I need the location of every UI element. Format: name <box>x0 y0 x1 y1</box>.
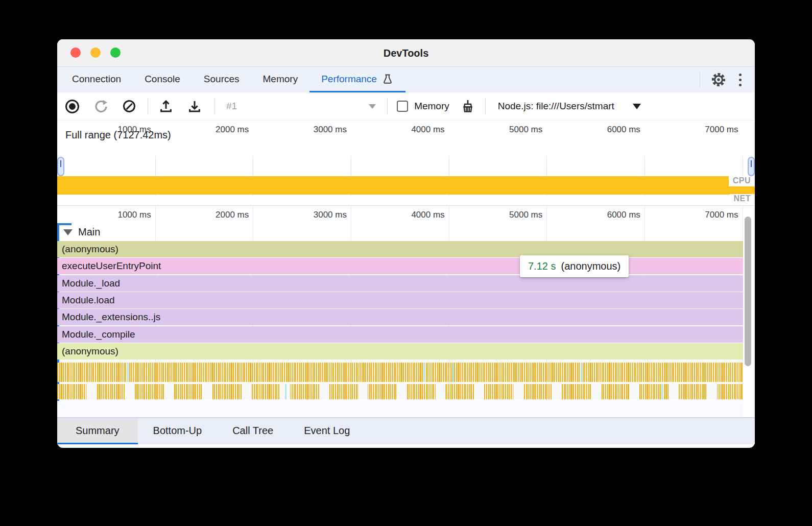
tab-connection[interactable]: Connection <box>60 67 133 92</box>
tab-memory[interactable]: Memory <box>251 67 310 92</box>
experiment-flask-icon <box>381 73 394 85</box>
flame-bar-module-load[interactable]: Module.load <box>57 292 743 308</box>
settings-gear-icon[interactable] <box>710 71 727 88</box>
overview-ruler-tick: 3000 ms <box>253 121 351 139</box>
details-tab-bar: Summary Bottom-Up Call Tree Event Log <box>57 418 755 444</box>
record-button[interactable] <box>57 100 79 113</box>
timeline-overview[interactable]: Full range (7127.42ms) 1000 ms 2000 ms 3… <box>57 121 755 206</box>
target-dropdown-icon[interactable] <box>633 104 641 109</box>
flame-ruler-tick: 5000 ms <box>449 206 547 224</box>
flame-ruler-tick: 7000 ms <box>644 206 743 224</box>
history-dropdown-icon[interactable] <box>369 104 376 109</box>
tooltip-duration: 7.12 s <box>528 260 556 272</box>
flame-empty-area <box>57 401 743 418</box>
overview-ruler-tick: 6000 ms <box>546 121 644 139</box>
main-track-header[interactable]: Main <box>63 226 100 238</box>
toolbar-divider <box>387 98 388 114</box>
flame-bar-executeuserentrypoint[interactable]: executeUserEntryPoint <box>57 258 743 274</box>
memory-checkbox[interactable] <box>397 101 408 112</box>
flame-chart[interactable]: 1000 ms 2000 ms 3000 ms 4000 ms 5000 ms … <box>57 206 755 418</box>
tab-event-log[interactable]: Event Log <box>289 418 365 444</box>
flame-bar-module-extensions-js[interactable]: Module._extensions..js <box>57 309 743 325</box>
range-handle-right[interactable] <box>748 157 755 176</box>
overview-ruler-tick: 4000 ms <box>351 121 449 139</box>
cpu-track-label: CPU <box>729 176 755 186</box>
selected-track-marker <box>57 223 71 225</box>
overview-ruler-tick: 1000 ms <box>57 121 155 139</box>
flame-ruler-tick: 4000 ms <box>351 206 449 224</box>
titlebar: DevTools <box>57 39 755 67</box>
collapse-triangle-icon[interactable] <box>63 229 73 235</box>
overview-ruler-tick: 5000 ms <box>449 121 547 139</box>
tab-sources[interactable]: Sources <box>192 67 251 92</box>
tab-summary[interactable]: Summary <box>57 418 138 444</box>
flame-ruler-tick: 1000 ms <box>57 206 155 224</box>
collect-garbage-broom-icon[interactable] <box>460 98 476 114</box>
more-options-icon[interactable] <box>737 71 744 88</box>
load-profile-icon[interactable] <box>158 99 174 114</box>
toolbar-divider <box>148 98 148 114</box>
tooltip-target: (anonymous) <box>561 260 620 272</box>
window-title: DevTools <box>57 39 755 67</box>
flame-ruler-tick: 3000 ms <box>253 206 351 224</box>
cpu-activity-track[interactable] <box>57 176 755 195</box>
flame-tooltip: 7.12 s (anonymous) <box>520 255 629 277</box>
flame-micro-calls-band[interactable] <box>57 384 743 399</box>
net-track[interactable] <box>57 196 755 204</box>
reload-and-record-icon[interactable] <box>93 99 109 114</box>
flame-bar-module-compile[interactable]: Module._compile <box>57 326 743 343</box>
devtools-window: DevTools Connection Console Sources Memo… <box>57 39 755 448</box>
flame-ruler-tick: 2000 ms <box>155 206 253 224</box>
tab-call-tree[interactable]: Call Tree <box>217 418 289 444</box>
performance-toolbar: #1 Memory Node.js: file:///Users/stmart <box>57 92 755 121</box>
clear-recording-icon[interactable] <box>123 100 135 112</box>
flame-bar-anonymous[interactable]: (anonymous) <box>57 241 743 257</box>
save-profile-icon[interactable] <box>187 99 202 114</box>
range-handle-left[interactable] <box>57 157 64 176</box>
flame-bar-anonymous-2[interactable]: (anonymous) <box>57 343 743 360</box>
flame-micro-calls-band[interactable] <box>57 363 743 382</box>
memory-checkbox-label[interactable]: Memory <box>414 101 449 112</box>
main-track-label: Main <box>78 226 100 238</box>
tab-performance[interactable]: Performance <box>309 67 405 92</box>
overview-ruler-tick: 2000 ms <box>155 121 253 139</box>
tab-bottom-up[interactable]: Bottom-Up <box>138 418 218 444</box>
overview-ruler-tick: 7000 ms <box>644 121 743 139</box>
toolbar-divider <box>485 98 486 114</box>
tab-console[interactable]: Console <box>133 67 192 92</box>
tabbar-divider <box>700 71 700 88</box>
net-track-label: NET <box>730 194 755 204</box>
history-selector[interactable]: #1 <box>226 101 237 112</box>
panel-tab-bar: Connection Console Sources Memory Perfor… <box>57 67 755 92</box>
vertical-scrollbar-thumb[interactable] <box>745 217 751 366</box>
toolbar-divider <box>214 98 215 114</box>
flame-bar-module-load-private[interactable]: Module._load <box>57 275 743 292</box>
target-selector[interactable]: Node.js: file:///Users/stmart <box>498 101 614 112</box>
flame-ruler-tick: 6000 ms <box>546 206 644 224</box>
